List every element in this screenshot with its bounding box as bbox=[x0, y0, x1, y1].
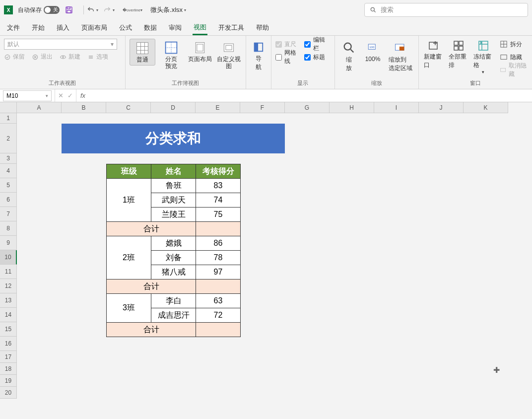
ribbon: 默认▾ 保留 退出 新建 选项 工作表视图 普通 分页 预览 页面布局 bbox=[0, 36, 532, 89]
cells-area[interactable]: 分类求和 班级姓名考核得分1班鲁班83武则天74兰陵王75合计2班嫦娥86刘备7… bbox=[17, 113, 532, 399]
svg-rect-39 bbox=[479, 41, 488, 50]
name-box[interactable]: M10▾ bbox=[3, 90, 52, 101]
arrange-all-button[interactable]: 全部重排 bbox=[448, 39, 469, 70]
tab-developer[interactable]: 开发工具 bbox=[217, 20, 245, 35]
zoom-selection-button[interactable]: 缩放到 选定区域 bbox=[387, 39, 414, 74]
qat-customize[interactable]: �overline▾ bbox=[123, 8, 142, 12]
headings-checkbox[interactable]: 标题 bbox=[304, 52, 331, 63]
svg-rect-38 bbox=[459, 46, 463, 50]
data-table: 班级姓名考核得分1班鲁班83武则天74兰陵王75合计2班嫦娥86刘备78猪八戒9… bbox=[106, 164, 241, 337]
formulabar-checkbox[interactable]: 编辑栏 bbox=[304, 39, 331, 50]
formula-input[interactable] bbox=[89, 89, 532, 102]
cell-cursor-icon: ✚ bbox=[493, 365, 500, 375]
zoom-button[interactable]: 缩 放 bbox=[339, 39, 359, 74]
ruler-checkbox: 直尺 bbox=[275, 39, 302, 50]
navigation-button[interactable]: 导 航 bbox=[250, 39, 267, 74]
tab-help[interactable]: 帮助 bbox=[255, 20, 270, 35]
svg-rect-12 bbox=[136, 43, 148, 54]
group-sheetviews: 默认▾ 保留 退出 新建 选项 工作表视图 bbox=[0, 36, 126, 89]
filename: 微头条.xlsx bbox=[150, 5, 183, 14]
pagelayout-view-button[interactable]: 页面布局 bbox=[187, 39, 213, 65]
svg-rect-36 bbox=[459, 41, 463, 45]
tab-pagelayout[interactable]: 页面布局 bbox=[80, 20, 108, 35]
title-bar: X 自动保存 关 ▾ ▾ �overline▾ 微头条.xlsx ▾ 搜索 bbox=[0, 0, 532, 20]
tab-formulas[interactable]: 公式 bbox=[118, 20, 133, 35]
ribbon-tabs: 文件 开始 插入 页面布局 公式 数据 审阅 视图 开发工具 帮助 bbox=[0, 20, 532, 36]
fx-icon[interactable]: fx bbox=[76, 92, 89, 99]
filename-menu[interactable]: ▾ bbox=[184, 8, 186, 12]
keep-button[interactable]: 保留 bbox=[4, 53, 25, 61]
row-headers[interactable]: 1234567891011121314151617181920 bbox=[0, 113, 17, 399]
group-window: 新建窗口 全部重排 冻结窗格▾ 拆分 隐藏 取消隐藏 窗口 bbox=[419, 36, 532, 89]
save-icon[interactable] bbox=[65, 5, 73, 14]
spreadsheet-grid[interactable]: ABCDEFGHIJK 1234567891011121314151617181… bbox=[0, 102, 532, 399]
svg-point-8 bbox=[63, 56, 64, 57]
gridlines-checkbox[interactable]: 网格线 bbox=[275, 52, 302, 63]
tab-review[interactable]: 审阅 bbox=[168, 20, 183, 35]
group-show: 直尺 网格线 编辑栏 标题 显示 bbox=[271, 36, 335, 89]
excel-icon: X bbox=[4, 5, 13, 14]
svg-rect-31 bbox=[399, 47, 404, 50]
svg-point-3 bbox=[371, 7, 374, 11]
search-icon bbox=[370, 6, 377, 13]
tab-insert[interactable]: 插入 bbox=[56, 20, 70, 35]
zoom-100-button[interactable]: 100 100% bbox=[362, 39, 384, 65]
unhide-button: 取消隐藏 bbox=[500, 65, 528, 75]
svg-rect-2 bbox=[67, 10, 71, 13]
pagebreak-view-button[interactable]: 分页 预览 bbox=[158, 39, 184, 71]
svg-point-7 bbox=[61, 56, 66, 59]
svg-text:100: 100 bbox=[369, 45, 375, 49]
svg-line-27 bbox=[351, 50, 354, 53]
select-all-corner[interactable] bbox=[0, 102, 17, 113]
group-workbookviews: 普通 分页 预览 页面布局 自定义视图 工作簿视图 bbox=[126, 36, 246, 89]
new-window-button[interactable]: 新建窗口 bbox=[423, 39, 445, 70]
newview-button[interactable]: 新建 bbox=[60, 53, 80, 61]
redo-button[interactable]: ▾ bbox=[103, 6, 115, 14]
svg-line-4 bbox=[374, 11, 376, 12]
autosave-label: 自动保存 bbox=[18, 6, 42, 14]
custom-view-button[interactable]: 自定义视图 bbox=[216, 39, 242, 71]
svg-rect-1 bbox=[67, 7, 70, 9]
exit-button[interactable]: 退出 bbox=[32, 53, 53, 61]
svg-rect-37 bbox=[454, 46, 458, 50]
sheet-title: 分类求和 bbox=[62, 124, 285, 153]
formula-bar: M10▾ ✕ ✓ fx bbox=[0, 89, 532, 102]
group-zoom: 缩 放 100 100% 缩放到 选定区域 缩放 bbox=[335, 36, 419, 89]
group-nav: 导 航 bbox=[246, 36, 271, 89]
undo-button[interactable]: ▾ bbox=[87, 6, 98, 14]
freeze-panes-button[interactable]: 冻结窗格▾ bbox=[472, 39, 494, 75]
search-box[interactable]: 搜索 bbox=[364, 3, 528, 17]
svg-point-5 bbox=[5, 55, 9, 59]
cancel-icon[interactable]: ✕ bbox=[58, 92, 64, 99]
svg-rect-46 bbox=[500, 68, 505, 71]
sheetview-combo[interactable]: 默认▾ bbox=[4, 39, 117, 50]
enter-icon[interactable]: ✓ bbox=[67, 92, 73, 99]
svg-rect-45 bbox=[500, 55, 506, 60]
hide-button[interactable]: 隐藏 bbox=[500, 52, 528, 63]
tab-file[interactable]: 文件 bbox=[6, 20, 21, 35]
svg-rect-35 bbox=[454, 41, 458, 45]
svg-point-26 bbox=[344, 43, 351, 50]
tab-data[interactable]: 数据 bbox=[143, 20, 158, 35]
tab-home[interactable]: 开始 bbox=[31, 20, 46, 35]
normal-view-button[interactable]: 普通 bbox=[130, 39, 155, 66]
options-button[interactable]: 选项 bbox=[87, 53, 108, 61]
autosave-toggle[interactable]: 关 bbox=[44, 6, 60, 14]
column-headers[interactable]: ABCDEFGHIJK bbox=[17, 102, 508, 113]
svg-rect-25 bbox=[254, 43, 257, 52]
tab-view[interactable]: 视图 bbox=[193, 20, 207, 35]
svg-rect-22 bbox=[224, 44, 233, 52]
split-button[interactable]: 拆分 bbox=[500, 39, 528, 50]
